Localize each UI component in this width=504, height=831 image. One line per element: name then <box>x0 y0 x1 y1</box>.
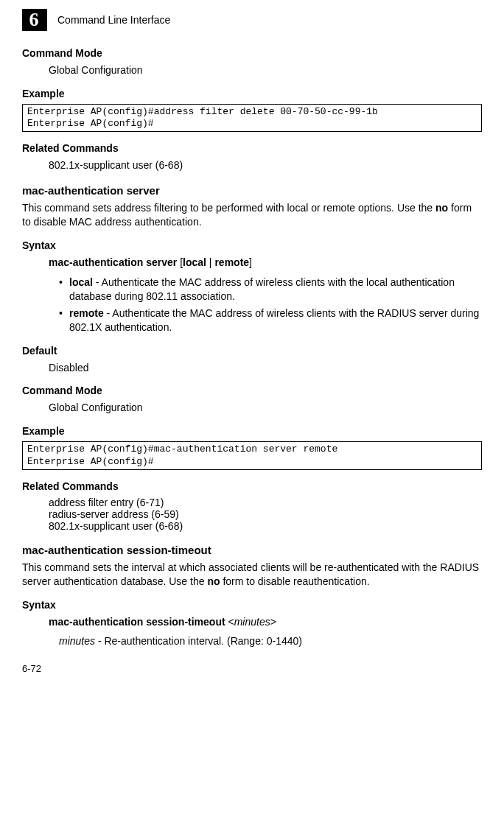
syntax-opt-local: local <box>183 256 206 268</box>
related-item-3: 802.1x-supplicant user (6-68) <box>49 520 482 532</box>
bullet-item-local: • local - Authenticate the MAC address o… <box>59 276 482 304</box>
heading-example-1: Example <box>22 88 482 99</box>
default-text-1: Disabled <box>49 361 482 375</box>
bullet-item-remote: • remote - Authenticate the MAC address … <box>59 306 482 334</box>
heading-command-mode-1: Command Mode <box>22 47 482 59</box>
example-code-2: Enterprise AP(config)#mac-authentication… <box>22 441 482 470</box>
syntax-line-1: mac-authentication server [local | remot… <box>49 256 482 270</box>
command-title-session-timeout: mac-authentication session-timeout <box>22 544 482 556</box>
cmd2-desc-post: form to disable reauthentication. <box>220 575 370 587</box>
related-item-1: address filter entry (6-71) <box>49 497 482 508</box>
param-desc-minutes: minutes - Re-authentication interval. (R… <box>59 634 482 648</box>
syntax-line-2: mac-authentication session-timeout <minu… <box>49 615 482 629</box>
bullet-text-remote: - Authenticate the MAC address of wirele… <box>69 307 479 333</box>
syntax-cmd-2: mac-authentication session-timeout <box>49 616 228 628</box>
command2-description: This command sets the interval at which … <box>22 561 482 589</box>
cmd2-desc-no: no <box>207 575 220 587</box>
param-name-minutes: minutes <box>59 635 95 647</box>
command-mode-text-1: Global Configuration <box>49 63 482 77</box>
example-code-1: Enterprise AP(config)#address filter del… <box>22 104 482 133</box>
cmd1-desc-pre: This command sets address filtering to b… <box>22 202 435 214</box>
command1-description: This command sets address filtering to b… <box>22 201 482 229</box>
syntax-lt: < <box>228 616 234 628</box>
bullet-dot-icon: • <box>59 306 69 334</box>
syntax-pipe: | <box>206 256 214 268</box>
syntax-opt-remote: remote <box>214 256 249 268</box>
syntax-param-minutes: minutes <box>234 616 270 628</box>
heading-syntax-2: Syntax <box>22 599 482 611</box>
heading-related-2: Related Commands <box>22 480 482 492</box>
related-block-2: address filter entry (6-71) radius-serve… <box>49 497 482 532</box>
related-item-2: radius-server address (6-59) <box>49 508 482 520</box>
heading-default-1: Default <box>22 345 482 357</box>
param-rest-minutes: - Re-authentication interval. (Range: 0-… <box>95 635 302 647</box>
syntax-rbracket: ] <box>249 256 252 268</box>
cmd1-desc-no: no <box>435 202 448 214</box>
bullet-kw-local: local <box>69 276 93 288</box>
heading-related-1: Related Commands <box>22 142 482 154</box>
syntax-cmd-1: mac-authentication server <box>49 256 177 268</box>
bullet-dot-icon: • <box>59 276 69 304</box>
header-title: Command Line Interface <box>57 14 170 26</box>
heading-example-2: Example <box>22 425 482 437</box>
heading-command-mode-2: Command Mode <box>22 385 482 396</box>
heading-syntax-1: Syntax <box>22 239 482 251</box>
command-title-mac-auth-server: mac-authentication server <box>22 184 482 197</box>
syntax-options-list-1: • local - Authenticate the MAC address o… <box>22 276 482 334</box>
syntax-gt: > <box>270 616 276 628</box>
page-footer: 6-72 <box>22 663 482 674</box>
page-header: 6 Command Line Interface <box>22 9 482 31</box>
syntax-lbracket: [ <box>177 256 183 268</box>
chapter-number-box: 6 <box>22 9 47 31</box>
bullet-kw-remote: remote <box>69 307 104 319</box>
related-text-1: 802.1x-supplicant user (6-68) <box>49 158 482 172</box>
bullet-text-local: - Authenticate the MAC address of wirele… <box>69 276 455 302</box>
command-mode-text-2: Global Configuration <box>49 401 482 415</box>
